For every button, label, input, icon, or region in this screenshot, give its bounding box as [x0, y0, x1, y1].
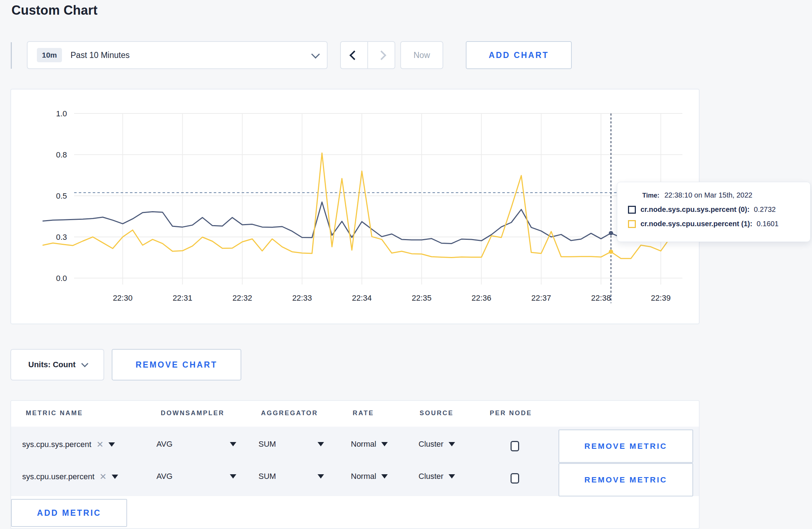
metrics-table: METRIC NAME DOWNSAMPLER AGGREGATOR RATE …: [10, 400, 700, 529]
dropdown-caret-icon: [230, 474, 236, 479]
col-metric-name: METRIC NAME: [26, 409, 83, 417]
tooltip-series-row: cr.node.sys.cpu.user.percent (1): 0.1601: [628, 220, 810, 228]
chevron-down-icon: [81, 360, 88, 367]
time-window-label: Past 10 Minutes: [71, 50, 130, 60]
sys-series-swatch-icon: [628, 206, 636, 214]
dropdown-caret-icon: [230, 442, 236, 446]
tooltip-series-label: cr.node.sys.cpu.sys.percent (0):: [641, 205, 750, 214]
dropdown-caret-icon: [381, 442, 388, 446]
tooltip-series-row: cr.node.sys.cpu.sys.percent (0): 0.2732: [628, 205, 810, 214]
clear-metric-icon[interactable]: ✕: [100, 472, 107, 482]
tooltip-series-label: cr.node.sys.cpu.user.percent (1):: [641, 220, 752, 228]
svg-text:22:37: 22:37: [531, 293, 551, 302]
dropdown-caret-icon: [449, 442, 455, 446]
metric-name-value: sys.cpu.sys.percent: [22, 440, 91, 449]
svg-text:22:39: 22:39: [651, 293, 671, 302]
per-node-checkbox[interactable]: [511, 441, 519, 451]
units-select[interactable]: Units: Count: [10, 349, 104, 380]
aggregator-dropdown[interactable]: SUM: [258, 440, 324, 449]
add-metric-button[interactable]: ADD METRIC: [11, 499, 127, 527]
svg-text:0.5: 0.5: [56, 191, 67, 200]
dropdown-caret-icon: [449, 474, 455, 479]
svg-text:22:35: 22:35: [412, 293, 431, 302]
svg-text:22:34: 22:34: [352, 293, 372, 302]
metric-name-dropdown[interactable]: sys.cpu.sys.percent ✕: [22, 440, 115, 450]
time-window-badge: 10m: [37, 48, 62, 62]
svg-text:22:33: 22:33: [292, 293, 312, 302]
tooltip-time-row: Time:22:38:10 on Mar 15th, 2022: [642, 191, 810, 199]
now-button[interactable]: Now: [400, 41, 443, 69]
source-value: Cluster: [419, 472, 444, 481]
downsampler-dropdown[interactable]: AVG: [156, 440, 236, 449]
rate-dropdown[interactable]: Normal: [351, 440, 388, 449]
tooltip-series-value: 0.2732: [754, 205, 776, 214]
col-aggregator: AGGREGATOR: [261, 409, 318, 417]
rate-value: Normal: [351, 440, 376, 449]
dropdown-caret-icon: [381, 474, 388, 479]
remove-chart-button[interactable]: REMOVE CHART: [112, 349, 241, 380]
col-per-node: PER NODE: [490, 409, 532, 417]
metric-name-value: sys.cpu.user.percent: [22, 472, 95, 481]
svg-text:22:30: 22:30: [113, 293, 132, 302]
tooltip-time-label: Time:: [642, 192, 659, 199]
col-rate: RATE: [353, 409, 374, 417]
svg-text:1.0: 1.0: [56, 109, 67, 118]
dropdown-caret-icon: [318, 474, 324, 479]
svg-text:0.3: 0.3: [56, 233, 67, 242]
rate-dropdown[interactable]: Normal: [351, 472, 388, 481]
toolbar-divider: [11, 42, 12, 69]
add-chart-button[interactable]: ADD CHART: [466, 41, 572, 69]
page-title: Custom Chart: [11, 3, 97, 18]
metrics-table-header: METRIC NAME DOWNSAMPLER AGGREGATOR RATE …: [11, 401, 699, 427]
aggregator-value: SUM: [258, 472, 276, 481]
svg-text:22:32: 22:32: [232, 293, 252, 302]
aggregator-value: SUM: [258, 440, 276, 449]
col-source: SOURCE: [420, 409, 454, 417]
source-dropdown[interactable]: Cluster: [419, 440, 455, 449]
svg-text:22:36: 22:36: [472, 293, 491, 302]
svg-text:22:31: 22:31: [173, 293, 192, 302]
chevron-left-icon: [349, 50, 359, 60]
svg-text:0.0: 0.0: [56, 274, 67, 283]
clear-metric-icon[interactable]: ✕: [96, 440, 103, 450]
chevron-right-icon: [377, 50, 386, 60]
chart-tooltip: Time:22:38:10 on Mar 15th, 2022 cr.node.…: [617, 182, 811, 242]
dropdown-caret-icon: [108, 442, 115, 447]
rate-value: Normal: [351, 472, 376, 481]
prev-interval-button[interactable]: [341, 42, 368, 68]
svg-text:22:38: 22:38: [591, 293, 611, 302]
svg-text:0.8: 0.8: [56, 150, 67, 159]
chevron-down-icon: [311, 50, 320, 58]
tooltip-series-value: 0.1601: [757, 220, 778, 228]
source-value: Cluster: [419, 440, 444, 449]
next-interval-button[interactable]: [368, 42, 395, 68]
downsampler-value: AVG: [156, 472, 173, 481]
remove-metric-button[interactable]: REMOVE METRIC: [559, 463, 693, 496]
dropdown-caret-icon: [318, 442, 324, 446]
col-downsampler: DOWNSAMPLER: [161, 409, 224, 417]
aggregator-dropdown[interactable]: SUM: [258, 472, 324, 481]
metric-name-dropdown[interactable]: sys.cpu.user.percent ✕: [22, 472, 118, 482]
remove-metric-button[interactable]: REMOVE METRIC: [559, 429, 693, 463]
units-label: Units: Count: [28, 360, 76, 369]
time-pager: [340, 41, 395, 69]
user-series-swatch-icon: [628, 220, 636, 228]
time-range-select[interactable]: 10m Past 10 Minutes: [27, 41, 328, 69]
downsampler-value: AVG: [156, 440, 173, 449]
per-node-checkbox[interactable]: [511, 473, 519, 484]
source-dropdown[interactable]: Cluster: [419, 472, 455, 481]
chart-canvas[interactable]: 0.00.30.50.81.022:3022:3122:3222:3322:34…: [11, 89, 699, 324]
chart-card: 0.00.30.50.81.022:3022:3122:3222:3322:34…: [10, 89, 700, 324]
downsampler-dropdown[interactable]: AVG: [156, 472, 236, 481]
custom-chart-page: Custom Chart 10m Past 10 Minutes Now ADD…: [0, 0, 812, 529]
dropdown-caret-icon: [112, 475, 118, 479]
tooltip-time-value: 22:38:10 on Mar 15th, 2022: [664, 191, 753, 199]
